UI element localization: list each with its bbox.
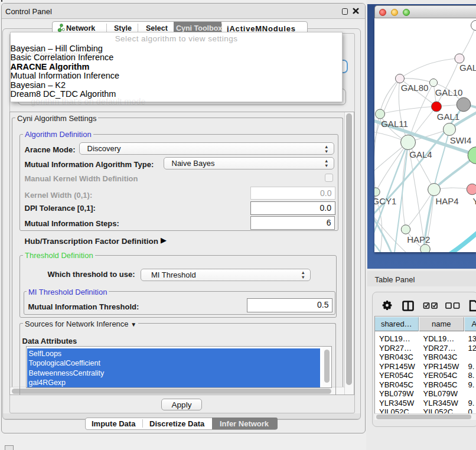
svg-text:GAL11: GAL11 xyxy=(381,119,408,129)
svg-text:HAP2: HAP2 xyxy=(407,234,430,244)
svg-text:GAL7: GAL7 xyxy=(459,63,476,73)
svg-text:GAL1: GAL1 xyxy=(437,112,459,122)
svg-text:SWI4: SWI4 xyxy=(450,135,472,145)
svg-text:GAL10: GAL10 xyxy=(435,87,463,97)
svg-text:GAL80: GAL80 xyxy=(401,83,429,93)
svg-text:YJ: YJ xyxy=(473,196,476,206)
svg-text:GCY1: GCY1 xyxy=(374,196,396,206)
svg-text:HAP4: HAP4 xyxy=(435,196,458,206)
svg-text:GAL4: GAL4 xyxy=(409,149,432,159)
